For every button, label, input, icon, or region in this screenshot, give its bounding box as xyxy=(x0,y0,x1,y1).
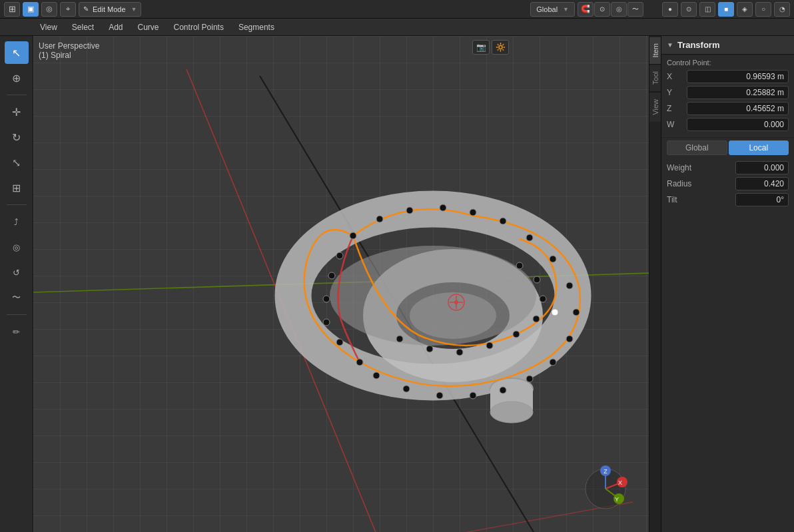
box-select-icon[interactable]: ▣ xyxy=(23,2,39,17)
svg-text:Z: Z xyxy=(603,468,607,475)
tilt-label: Tilt xyxy=(667,195,735,204)
coord-y-label: Y xyxy=(667,88,687,97)
global-btn[interactable]: Global xyxy=(667,140,727,155)
tool-select[interactable]: ↖ xyxy=(5,41,29,64)
extra-properties: Weight 0.000 Radius 0.420 Tilt 0° xyxy=(661,158,794,211)
menu-bar: View Select Add Curve Control Points Seg… xyxy=(0,19,794,36)
tool-separator-3 xyxy=(7,314,27,315)
global-dropdown[interactable]: Global ▼ xyxy=(530,2,575,17)
transform-collapse-arrow: ▼ xyxy=(667,41,673,49)
viewport-shading-icon[interactable]: ● xyxy=(662,2,678,17)
coord-z-label: Z xyxy=(667,104,687,113)
coord-y-value[interactable]: 0.25882 m xyxy=(687,86,789,99)
tool-move[interactable]: ✛ xyxy=(5,101,29,123)
shade-solid-icon[interactable]: ■ xyxy=(718,2,734,17)
coord-z-value[interactable]: 0.45652 m xyxy=(687,102,789,115)
radius-value[interactable]: 0.420 xyxy=(735,177,789,190)
snap-type-icon[interactable]: ⊙ xyxy=(594,2,610,17)
tool-scale[interactable]: ⤡ xyxy=(5,151,29,174)
tool-transform[interactable]: ⊞ xyxy=(5,176,29,199)
viewport-view-name: User Perspective xyxy=(39,41,99,51)
edit-mode-label: Edit Mode xyxy=(93,5,126,13)
tool-extrude[interactable]: ⤴ xyxy=(5,210,29,233)
radius-label: Radius xyxy=(667,179,735,188)
tool-radius[interactable]: ◎ xyxy=(5,236,29,258)
viewport[interactable]: User Perspective (1) Spiral 📷 🔆 X Y xyxy=(33,36,649,532)
panel-tab-view[interactable]: View xyxy=(649,92,661,122)
shade-rendered-icon[interactable]: ○ xyxy=(755,2,771,17)
tool-annotate[interactable]: ✏ xyxy=(5,320,29,343)
tilt-row: Tilt 0° xyxy=(667,192,789,207)
viewport-grid xyxy=(33,36,649,532)
menu-add[interactable]: Add xyxy=(102,21,129,34)
viewport-nav-gizmo[interactable]: X Y Z xyxy=(582,465,629,512)
viewport-perspective-label: User Perspective (1) Spiral xyxy=(39,41,99,60)
global-label: Global xyxy=(536,5,558,13)
radius-row: Radius 0.420 xyxy=(667,176,789,191)
menu-curve[interactable]: Curve xyxy=(131,21,166,34)
overlay-icon[interactable]: ⊙ xyxy=(681,2,697,17)
xray-icon[interactable]: ◫ xyxy=(699,2,715,17)
coord-z-row: Z 0.45652 m xyxy=(667,101,789,116)
tool-separator-1 xyxy=(7,95,27,95)
coord-w-value[interactable]: 0.000 xyxy=(687,118,789,131)
circle-select-icon[interactable]: ◎ xyxy=(41,2,57,17)
panel-side-tabs: Item Tool View xyxy=(649,36,661,532)
left-toolbar: ↖ ⊕ ✛ ↻ ⤡ ⊞ ⤴ ◎ ↺ 〜 ✏ xyxy=(0,36,33,532)
coord-w-row: W 0.000 xyxy=(667,117,789,132)
proportional-edit-icon[interactable]: ◎ xyxy=(611,2,627,17)
local-btn[interactable]: Local xyxy=(729,140,789,155)
proportional-type-icon[interactable]: 〜 xyxy=(627,2,643,17)
weight-row: Weight 0.000 xyxy=(667,160,789,175)
control-point-label: Control Point: xyxy=(667,59,789,67)
editor-type-button[interactable]: ⊞ xyxy=(4,2,20,17)
transform-panel-header[interactable]: ▼ Transform xyxy=(661,36,794,55)
shade-material-icon[interactable]: ◈ xyxy=(737,2,753,17)
coord-x-row: X 0.96593 m xyxy=(667,69,789,84)
panel-tab-tool[interactable]: Tool xyxy=(649,64,661,91)
menu-control-points[interactable]: Control Points xyxy=(167,21,230,34)
control-point-section: Control Point: X 0.96593 m Y 0.25882 m Z… xyxy=(661,55,794,138)
weight-label: Weight xyxy=(667,163,735,172)
tool-smooth[interactable]: 〜 xyxy=(5,286,29,309)
coord-w-label: W xyxy=(667,120,687,129)
viewport-overlay-controls: 📷 🔆 xyxy=(472,40,509,55)
menu-select[interactable]: Select xyxy=(65,21,101,34)
tool-tilt[interactable]: ↺ xyxy=(5,261,29,284)
main-area: ↖ ⊕ ✛ ↻ ⤡ ⊞ ⤴ ◎ ↺ 〜 ✏ xyxy=(0,36,794,532)
coord-x-label: X xyxy=(667,72,687,81)
svg-text:X: X xyxy=(618,479,622,486)
viewport-object-name: (1) Spiral xyxy=(39,51,99,60)
viewport-camera-icon[interactable]: 📷 xyxy=(472,40,490,55)
tool-cursor[interactable]: ⊕ xyxy=(5,67,29,89)
tool-separator-2 xyxy=(7,204,27,205)
shade-eevee-icon[interactable]: ◔ xyxy=(774,2,790,17)
global-local-row: Global Local xyxy=(667,140,789,155)
weight-value[interactable]: 0.000 xyxy=(735,161,789,174)
svg-text:Y: Y xyxy=(615,496,619,503)
tilt-value[interactable]: 0° xyxy=(735,193,789,206)
coord-y-row: Y 0.25882 m xyxy=(667,85,789,100)
viewport-render-icon[interactable]: 🔆 xyxy=(492,40,509,55)
mode-chevron: ▼ xyxy=(131,6,137,13)
edit-mode-dropdown[interactable]: ✎ Edit Mode ▼ xyxy=(79,2,141,17)
snap-group: 🧲 ⊙ ◎ 〜 xyxy=(578,2,643,17)
panel-tab-item[interactable]: Item xyxy=(649,36,661,64)
tool-rotate[interactable]: ↻ xyxy=(5,126,29,148)
menu-view[interactable]: View xyxy=(33,21,64,34)
global-chevron: ▼ xyxy=(563,6,569,13)
top-toolbar: ⊞ ▣ ◎ ⌖ ✎ Edit Mode ▼ Global ▼ 🧲 ⊙ ◎ 〜 ●… xyxy=(0,0,794,19)
menu-segments[interactable]: Segments xyxy=(232,21,281,34)
transform-title: Transform xyxy=(677,40,720,50)
right-panel: ▼ Transform Control Point: X 0.96593 m Y… xyxy=(661,36,794,532)
lasso-select-icon[interactable]: ⌖ xyxy=(60,2,76,17)
snap-magnet-icon[interactable]: 🧲 xyxy=(578,2,594,17)
coord-x-value[interactable]: 0.96593 m xyxy=(687,70,789,83)
right-panel-content: ▼ Transform Control Point: X 0.96593 m Y… xyxy=(661,36,794,532)
